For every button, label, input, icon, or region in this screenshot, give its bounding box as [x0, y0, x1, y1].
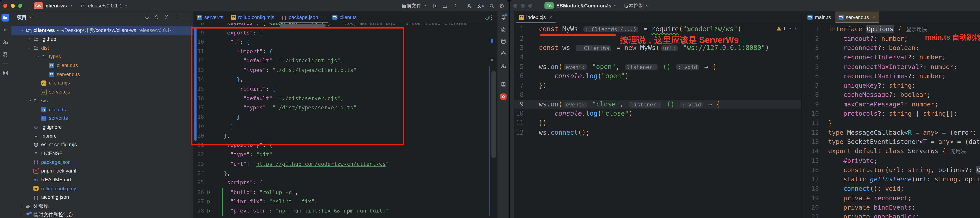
translate-button[interactable]: 文A	[477, 3, 484, 8]
tree-item-.github[interactable]: .github	[11, 35, 193, 43]
ai-chat-icon[interactable]	[498, 48, 509, 60]
tab-label: package.json	[289, 14, 318, 20]
tree-item-rollup.config.mjs[interactable]: JSrollup.config.mjs	[11, 184, 193, 193]
tree-item-server.ts[interactable]: TSserver.ts	[11, 114, 193, 123]
more-h-icon[interactable]	[0, 79, 11, 91]
next-warning-icon[interactable]	[794, 26, 798, 30]
tab-label: client.ts	[340, 14, 357, 20]
tree-item-package.json[interactable]: { }package.json	[11, 158, 193, 167]
more-actions-button[interactable]: ⋮	[453, 3, 458, 8]
search-everywhere-button[interactable]	[489, 3, 494, 8]
project-name[interactable]: ESModule&CommonJs	[556, 3, 611, 8]
code-line-1: interface Options {显示用法	[828, 25, 927, 34]
tab-server.d.ts[interactable]: TSserver.d.ts	[835, 11, 879, 23]
inspections-widget[interactable]: 1	[776, 26, 798, 31]
more-v-icon[interactable]: ⋮	[173, 15, 178, 20]
line-number: 9	[514, 100, 523, 109]
notifications-icon[interactable]	[498, 11, 509, 23]
hide-icon[interactable]: —	[183, 15, 188, 20]
close-tab-icon[interactable]	[321, 16, 325, 19]
tree-item-server.d.ts[interactable]: TSserver.d.ts	[11, 70, 193, 79]
database-icon[interactable]	[498, 35, 509, 48]
tree-item-LICENSE[interactable]: ≡LICENSE	[11, 149, 193, 158]
tree-item-tsconfig.json[interactable]: { }tsconfig.json	[11, 193, 193, 202]
project-avatar[interactable]: ES	[544, 2, 554, 9]
locate-icon[interactable]	[145, 15, 150, 20]
code-line-10: protocols?: string | string[];	[828, 109, 957, 118]
line-number: 1	[514, 25, 523, 34]
tab-main.ts[interactable]: TSmain.ts	[803, 11, 835, 23]
close-window-button[interactable]	[513, 4, 517, 8]
run-button[interactable]	[432, 3, 437, 8]
tree-item-types[interactable]: types	[11, 53, 193, 61]
gutter-added-lines-bar	[222, 188, 223, 216]
horizontal-scrollbar[interactable]	[280, 24, 326, 27]
project-panel-title[interactable]: 项目	[17, 14, 27, 21]
code-with-me-button[interactable]	[467, 3, 472, 8]
vertical-scrollbar[interactable]	[492, 71, 496, 158]
editor-server-dts[interactable]: 1interface Options {显示用法2 timeout?: numb…	[802, 23, 980, 218]
tree-item-client.ts[interactable]: TSclient.ts	[11, 105, 193, 114]
prev-warning-icon[interactable]	[788, 26, 792, 30]
project-name[interactable]: client-ws	[46, 3, 67, 8]
code-line-25: "scripts": {	[217, 178, 262, 188]
collapse-all-icon[interactable]	[164, 15, 169, 20]
tab-index.cjs[interactable]: JSindex.cjs	[515, 11, 556, 23]
branch-widget[interactable]: release/v0.0.1-1	[86, 3, 122, 8]
run-script-gutter-icon[interactable]	[207, 207, 212, 216]
tab-package.json[interactable]: { }package.json	[278, 11, 328, 23]
maximize-window-button[interactable]	[18, 4, 22, 8]
run-script-gutter-icon[interactable]	[207, 188, 212, 197]
tree-item-src[interactable]: src	[11, 96, 193, 105]
code-line-11: }	[828, 118, 832, 128]
editor-tab-bar: TSserver.tsJSrollup.config.mjs{ }package…	[193, 11, 498, 24]
close-tab-icon[interactable]	[549, 16, 552, 19]
tree-item-[interactable]: 外部库	[11, 202, 193, 210]
settings-button[interactable]: ⚙	[499, 3, 504, 9]
tree-root-client-ws[interactable]: client-ws- ~/Desktop/开发/coderlzw/client-…	[11, 26, 193, 35]
chevron-down-icon[interactable]	[29, 15, 33, 19]
expand-all-icon[interactable]	[154, 15, 159, 20]
tree-item-server.cjs[interactable]: cjsserver.cjs	[11, 88, 193, 96]
project-avatar[interactable]: CW	[34, 2, 43, 9]
tree-item-client.mjs[interactable]: JSclient.mjs	[11, 79, 193, 88]
commit-icon[interactable]	[0, 24, 11, 36]
tree-item-eslint.config.mjs[interactable]: eslint.config.mjs	[11, 140, 193, 149]
debug-button[interactable]	[442, 3, 448, 8]
close-tab-icon[interactable]	[872, 16, 875, 19]
tab-rollup.config.mjs[interactable]: JSrollup.config.mjs	[227, 11, 278, 23]
line-number: 16	[802, 165, 819, 175]
tree-item-client.d.ts[interactable]: TSclient.d.ts	[11, 61, 193, 70]
dictionary-icon[interactable]: A	[498, 78, 509, 91]
line-number: 12	[514, 128, 523, 137]
inspections-ok-icon[interactable]	[485, 16, 490, 21]
line-number: 11	[802, 118, 819, 128]
code-line-24: },	[217, 169, 230, 178]
project-folder-icon[interactable]	[0, 11, 11, 24]
line-number: 8	[514, 91, 523, 100]
structure-icon[interactable]	[0, 67, 11, 79]
red-plugin-icon[interactable]	[498, 91, 509, 103]
maximize-window-button[interactable]	[528, 4, 532, 8]
tree-item-dist[interactable]: dist	[11, 43, 193, 53]
code-with-me-icon[interactable]	[498, 60, 509, 72]
close-window-button[interactable]	[3, 4, 8, 8]
tree-item-README.md[interactable]: M↓README.md	[11, 175, 193, 184]
run-configuration-select[interactable]: 当前文件	[401, 2, 422, 9]
tab-client.ts[interactable]: TSclient.ts	[328, 11, 360, 23]
tree-item-.gitignore[interactable]: ⊘.gitignore	[11, 123, 193, 131]
editor-index-cjs[interactable]: 1const MyWs : ClientWs|{...} = require("…	[514, 23, 801, 218]
code-line-28: "preversion": "npm run lint:fix && npm r…	[217, 207, 389, 216]
pull-request-icon[interactable]	[0, 48, 11, 60]
stripe-divider	[2, 64, 8, 64]
tab-server.ts[interactable]: TSserver.ts	[193, 11, 227, 23]
tree-item-.npmrc[interactable]: ≡.npmrc	[11, 131, 193, 140]
run-script-gutter-icon[interactable]	[207, 197, 212, 207]
tree-item-[interactable]: 临时文件和控制台	[11, 210, 193, 218]
ai-assistant-icon[interactable]: @	[498, 23, 509, 35]
minimize-window-button[interactable]	[11, 4, 15, 8]
minimize-window-button[interactable]	[521, 4, 525, 8]
users-help-icon[interactable]: ?	[0, 36, 11, 48]
vcs-widget[interactable]: 版本控制	[624, 2, 644, 9]
tree-item-pnpm-lock.yaml[interactable]: Ypnpm-lock.yaml	[11, 167, 193, 175]
